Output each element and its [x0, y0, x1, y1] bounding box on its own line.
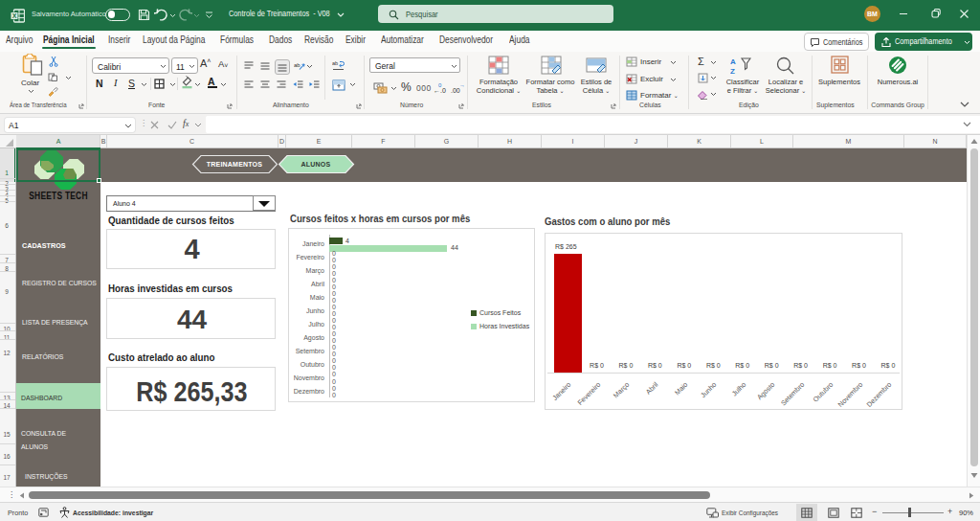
svg-text:Z: Z — [730, 67, 735, 76]
svg-text:→: → — [459, 82, 465, 88]
svg-text:A: A — [730, 57, 736, 66]
svg-text:X: X — [12, 12, 17, 19]
svg-text:ALUNOS: ALUNOS — [301, 161, 331, 168]
svg-text:ab: ab — [294, 62, 301, 68]
svg-text:TREINAMENTOS: TREINAMENTOS — [207, 161, 262, 168]
svg-text:←.0: ←.0 — [434, 87, 446, 94]
svg-text:ab: ab — [332, 60, 338, 66]
svg-text:.00: .00 — [451, 87, 460, 94]
